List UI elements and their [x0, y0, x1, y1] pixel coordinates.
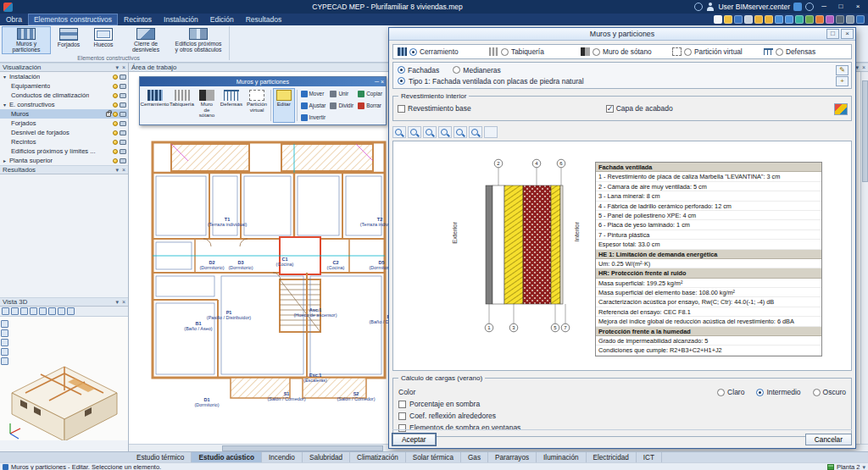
ajustar-button[interactable]: Ajustar [299, 100, 328, 111]
open-file-icon[interactable] [724, 15, 732, 24]
ribbon-forjados-button[interactable]: Forjados [52, 26, 86, 54]
pan-icon[interactable] [795, 15, 804, 24]
print-layer-icon[interactable] [120, 158, 126, 163]
collapse-icon[interactable]: ▾ [115, 64, 119, 70]
tab-electricidad[interactable]: Electricidad [587, 452, 637, 462]
revestimiento-base-checkbox[interactable]: Revestimiento base [398, 104, 471, 113]
invertir-button[interactable]: Invertir [299, 112, 328, 123]
expander-icon[interactable]: ▸ [2, 158, 8, 163]
particion-virtual-tool-button[interactable]: Partición virtual [245, 88, 269, 123]
vista3d-viewport[interactable] [0, 317, 128, 440]
color-oscuro-option[interactable]: Oscuro [813, 388, 846, 396]
visibility-bulb-icon[interactable] [113, 84, 118, 89]
select-tool-icon[interactable] [1, 320, 8, 328]
visibility-bulb-icon[interactable] [113, 112, 118, 117]
zoom-window-icon[interactable] [775, 15, 783, 24]
edit-type-button[interactable]: ✎ [836, 65, 849, 75]
dialog-titlebar[interactable]: Muros y particiones □ × [389, 28, 855, 41]
add-type-button[interactable]: + [836, 76, 849, 86]
cerramiento-tool-button[interactable]: Cerramiento [142, 88, 168, 123]
dialog-maximize-button[interactable]: □ [826, 29, 839, 39]
export-image-icon[interactable] [484, 126, 498, 138]
defensas-tool-button[interactable]: Defensas [219, 88, 244, 123]
wall-type-cerramiento[interactable]: Cerramiento [393, 47, 485, 56]
radio-button[interactable] [453, 66, 460, 74]
menu-tab-instalacion[interactable]: Instalación [158, 14, 204, 25]
minimize-icon[interactable]: ─ [375, 77, 379, 86]
tree-item-e-constructivos[interactable]: ▾ E. constructivos [0, 100, 128, 109]
wall-type-particion-virtual[interactable]: Partición virtual [668, 47, 760, 56]
walk-tool-icon[interactable] [1, 339, 8, 346]
ribbon-cierre-desniveles-button[interactable]: Cierre de desniveles [121, 26, 170, 54]
close-icon[interactable]: × [122, 167, 125, 173]
menu-tab-edicion[interactable]: Edición [204, 14, 240, 25]
orbit-tool-icon[interactable] [1, 329, 8, 337]
tab-estudio-acustico[interactable]: Estudio acústico [192, 452, 262, 462]
layers-icon[interactable] [815, 15, 824, 24]
print-layer-icon[interactable] [120, 75, 126, 80]
help-icon[interactable] [856, 15, 865, 24]
scrollbar-thumb[interactable] [222, 445, 383, 451]
print-layer-icon[interactable] [120, 149, 126, 154]
wall-type-muro-sotano[interactable]: Muro de sótano [576, 47, 668, 56]
tab-climatizacion[interactable]: Climatización [350, 452, 406, 462]
menu-tab-recintos[interactable]: Recintos [118, 14, 158, 25]
text-icon[interactable] [836, 15, 844, 24]
tab-iluminacion[interactable]: Iluminación [537, 452, 586, 462]
new-file-icon[interactable] [714, 15, 722, 24]
tab-pararrayos[interactable]: Pararrayos [488, 452, 537, 462]
checkbox[interactable] [398, 401, 406, 408]
visibility-bulb-icon[interactable] [113, 140, 118, 145]
print-layer-icon[interactable] [120, 140, 126, 145]
redraw-icon[interactable] [392, 126, 406, 138]
ribbon-muros-y-particiones-button[interactable]: Muros y particiones [2, 26, 51, 54]
checkbox[interactable] [398, 105, 405, 113]
tab-incendio[interactable]: Incendio [262, 452, 303, 462]
save-icon[interactable] [734, 15, 743, 24]
tabiqueria-tool-button[interactable]: Tabiquería [169, 88, 195, 123]
print-layer-icon[interactable] [120, 130, 126, 135]
tree-item-forjados[interactable]: Forjados [0, 119, 128, 128]
print-layer-icon[interactable] [120, 84, 126, 89]
print-layer-icon[interactable] [120, 121, 126, 126]
porcentaje-sombra-checkbox[interactable]: Porcentaje en sombra [398, 398, 846, 410]
zoom-extents-icon[interactable] [423, 126, 437, 138]
close-icon[interactable]: × [381, 77, 384, 86]
section-tool-icon[interactable] [1, 348, 8, 356]
zoom-out-icon[interactable] [469, 126, 482, 138]
menu-tab-obra[interactable]: Obra [0, 14, 28, 25]
floor-plan[interactable]: T1(Terraza individual)T2(Terraza individ… [146, 130, 392, 427]
tab-gas[interactable]: Gas [461, 452, 488, 462]
aceptar-button[interactable]: Aceptar [392, 434, 436, 445]
wall-type-tabiqueria[interactable]: Tabiquería [485, 47, 576, 56]
rotate-view-icon[interactable] [39, 307, 47, 315]
print-layer-icon[interactable] [120, 93, 126, 98]
tree-item-muros[interactable]: Muros [0, 109, 128, 119]
maximize-button[interactable]: □ [834, 2, 848, 12]
unir-button[interactable]: Unir [328, 88, 355, 99]
ribbon-edificios-proximos-button[interactable]: Edificios próximos y otros obstáculos [171, 26, 225, 54]
tab-ict[interactable]: ICT [637, 452, 662, 462]
dialog-close-button[interactable]: × [841, 29, 854, 39]
front-view-icon[interactable] [30, 307, 37, 315]
light-tool-icon[interactable] [1, 357, 8, 365]
zoom-extents-icon[interactable] [785, 15, 793, 24]
close-icon[interactable]: × [122, 64, 125, 70]
print-icon[interactable] [744, 15, 753, 24]
radio-button[interactable] [756, 389, 764, 396]
checkbox[interactable] [606, 105, 614, 113]
radio-button[interactable] [398, 77, 405, 85]
editar-tool-button[interactable]: Editar [273, 88, 295, 123]
close-button[interactable]: × [851, 2, 865, 12]
user-label[interactable]: User BIMserver.center [718, 3, 790, 11]
tree-item-desnivel-forjados[interactable]: Desnivel de forjados [0, 128, 128, 137]
dividir-button[interactable]: Dividir [328, 100, 355, 111]
collapse-icon[interactable]: ▾ [115, 299, 119, 305]
tree-item-instalacion[interactable]: ▾ Instalación [0, 72, 128, 81]
zoom-window-icon[interactable] [408, 126, 421, 138]
current-floor-label[interactable]: Planta 2 [837, 463, 860, 470]
redraw-icon[interactable] [805, 15, 814, 24]
menu-tab-resultados[interactable]: Resultados [240, 14, 288, 25]
fachadas-option[interactable]: Fachadas [398, 66, 439, 75]
radio-button[interactable] [593, 48, 600, 56]
